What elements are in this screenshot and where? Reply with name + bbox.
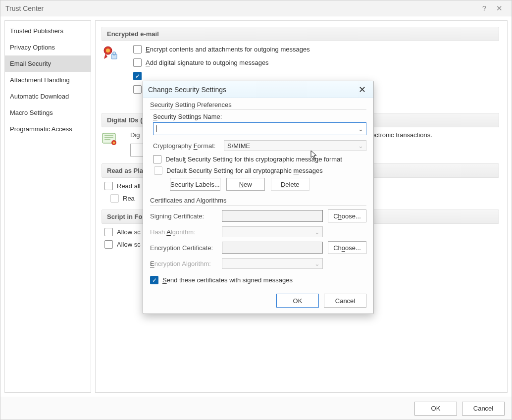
section-encrypted-email: Encrypted e-mail [102, 27, 499, 41]
checkbox-icon [133, 58, 142, 67]
delete-button: Delete [271, 178, 309, 191]
sidebar-item-label: Automatic Download [10, 93, 69, 100]
button-label: Choose... [333, 244, 361, 252]
ok-button[interactable]: OK [276, 294, 319, 308]
hash-alg-combo: ⌄ [222, 226, 323, 237]
checkbox-icon [150, 276, 158, 284]
button-label: Cancel [335, 297, 355, 305]
signing-cert-label: Signing Certificate: [150, 212, 217, 220]
option-label: Rea [123, 195, 135, 202]
ok-button[interactable]: OK [414, 402, 457, 416]
option-label: Default Security Setting for this crypto… [165, 156, 342, 163]
button-label: OK [431, 405, 441, 412]
hash-alg-label: Hash Algorithm: [150, 228, 217, 236]
option-label: Send these certificates with signed mess… [162, 276, 293, 284]
encrypt-contents-option[interactable]: Encrypt contents and attachments for out… [133, 45, 499, 53]
default-for-all-option: Default Security Setting for all cryptog… [154, 166, 366, 175]
add-digital-signature-option[interactable]: Add digital signature to outgoing messag… [133, 58, 499, 67]
cancel-button[interactable]: Cancel [462, 402, 505, 416]
dialog-title: Change Security Settings [148, 86, 356, 94]
sidebar-item-label: Trusted Publishers [10, 27, 63, 35]
titlebar: Trust Center ? ✕ [0, 0, 512, 16]
chevron-down-icon: ⌄ [357, 123, 364, 135]
choose-signing-button[interactable]: Choose... [328, 210, 366, 222]
option-label: Default Security Setting for all cryptog… [166, 167, 323, 174]
trust-center-window: Trust Center ? ✕ Trusted Publishers Priv… [0, 0, 512, 420]
checkbox-icon [133, 85, 142, 94]
checkbox-icon [110, 194, 119, 203]
sidebar-item-label: Privacy Options [10, 44, 55, 51]
sidebar-item-email-security[interactable]: Email Security [5, 55, 91, 72]
option-label: dd digital signature to outgoing message… [150, 59, 269, 66]
hidden-option-checked[interactable] [133, 72, 499, 80]
option-label: Read all [117, 182, 141, 190]
certificate-icon [102, 131, 118, 148]
cancel-button[interactable]: Cancel [324, 294, 366, 308]
sidebar-item-label: Macro Settings [10, 109, 53, 116]
help-button[interactable]: ? [477, 1, 492, 16]
chevron-down-icon: ⌄ [313, 227, 320, 237]
encryption-cert-field [222, 242, 323, 254]
checkbox-icon [104, 182, 113, 190]
sidebar-item-privacy-options[interactable]: Privacy Options [5, 39, 91, 55]
certificate-ribbon-icon [102, 45, 118, 62]
security-labels-button[interactable]: Security Labels... [170, 178, 220, 191]
sidebar-item-attachment-handling[interactable]: Attachment Handling [5, 72, 91, 88]
sidebar-item-trusted-publishers[interactable]: Trusted Publishers [5, 23, 91, 39]
crypto-format-label: Cryptography Format: [153, 142, 220, 150]
crypto-format-combo[interactable]: S/MIME ⌄ [224, 140, 366, 151]
encryption-alg-label: Encryption Algorithm: [150, 260, 217, 267]
option-label: Allow sc [117, 241, 141, 248]
chevron-down-icon: ⌄ [313, 259, 320, 268]
default-for-format-option[interactable]: Default Security Setting for this crypto… [153, 155, 366, 163]
button-label: Cancel [473, 405, 493, 412]
button-label: New [239, 181, 252, 188]
group-certificates-algorithms: Certificates and Algorithms [150, 197, 366, 206]
change-security-settings-dialog: Change Security Settings ✕ Security Sett… [143, 81, 374, 314]
option-label: Allow sc [117, 228, 141, 236]
sidebar: Trusted Publishers Privacy Options Email… [4, 20, 91, 393]
chevron-down-icon: ⌄ [357, 141, 364, 151]
option-label: ncrypt contents and attachments for outg… [150, 46, 310, 53]
security-name-label: Security Settings Name: [153, 113, 366, 120]
svg-point-9 [113, 142, 115, 144]
checkbox-icon [133, 72, 142, 80]
send-certs-option[interactable]: Send these certificates with signed mess… [150, 276, 366, 284]
encryption-alg-combo: ⌄ [222, 258, 323, 269]
checkbox-icon [133, 45, 142, 53]
dialog-titlebar: Change Security Settings ✕ [143, 81, 373, 98]
crypto-format-value: S/MIME [227, 142, 250, 150]
sidebar-item-label: Programmatic Access [10, 125, 72, 133]
sidebar-item-label: Attachment Handling [10, 76, 70, 84]
security-name-combo[interactable]: ⌄ [153, 122, 366, 135]
svg-point-1 [106, 49, 110, 52]
close-button[interactable]: ✕ [492, 1, 507, 16]
checkbox-icon [154, 166, 162, 175]
sidebar-item-label: Email Security [10, 60, 51, 67]
sidebar-item-programmatic-access[interactable]: Programmatic Access [5, 121, 91, 137]
checkbox-icon [104, 240, 113, 249]
button-label: Security Labels... [170, 181, 220, 188]
group-security-preferences: Security Setting Preferences [150, 101, 366, 110]
button-label: Delete [281, 181, 300, 188]
sidebar-item-macro-settings[interactable]: Macro Settings [5, 105, 91, 121]
window-title: Trust Center [5, 4, 477, 12]
dialog-footer: OK Cancel [0, 397, 512, 420]
button-label: OK [293, 297, 303, 305]
button-label: Choose... [333, 212, 361, 220]
new-button[interactable]: New [226, 178, 265, 191]
checkbox-icon [104, 228, 113, 236]
text-caret [156, 125, 157, 132]
choose-encryption-button[interactable]: Choose... [328, 241, 366, 254]
close-icon[interactable]: ✕ [356, 83, 368, 96]
signing-cert-field [222, 210, 323, 222]
sidebar-item-automatic-download[interactable]: Automatic Download [5, 88, 91, 105]
checkbox-icon [153, 155, 161, 163]
encryption-cert-label: Encryption Certificate: [150, 244, 217, 252]
